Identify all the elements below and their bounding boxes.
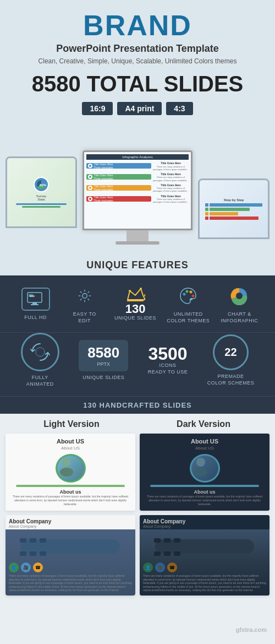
palette-icon [179,286,197,305]
badge-169: 16:9 [82,102,113,115]
step-icon-1 [205,203,208,207]
svg-rect-17 [127,300,144,301]
about-text-dark: There are many variations of passages of… [144,495,265,506]
step-bar-1 [210,203,262,207]
monitor-icon: 1080 [21,288,50,311]
about-slide-light: About US About US About us There are man… [6,434,135,511]
svg-line-12 [80,291,81,293]
monitor-screen: Infographic Analyzes Title Goes HereThre… [82,150,193,230]
step-bar-4 [210,217,258,220]
table-row: Title Goes HereThree passages Title Goes… [86,172,189,182]
previews-section: Light Version Dark Version About US Abou… [0,414,275,596]
feature-full-hd: 1080 FULL HD [16,287,55,321]
step-icon-2 [205,208,208,211]
svg-point-28 [62,458,71,467]
device-section: 80% SurveyStats Infographic Analyzes [0,129,275,253]
table-row: Title Goes HereThree passages Title Goes… [86,161,189,171]
feature-easy-edit: EASY TOEDIT [65,284,104,324]
chair-2 [30,538,36,543]
company-subtitle-dark: About Company [143,524,266,528]
feature-label-easy-edit: EASY TOEDIT [73,311,96,324]
svg-text:1080: 1080 [30,294,35,297]
company-subtitle-light: About Company [9,524,132,528]
svg-line-14 [80,299,81,300]
company-slide-light: 👤 🎥 ☎ There are many variations of passa… [6,529,135,596]
about-label-light: About us [60,489,81,495]
pie-chart-icon: 80% [34,177,49,192]
left-bar-2 [22,206,61,208]
feature-number-unique: 130 [125,303,146,315]
badge-43: 4:3 [166,102,193,115]
svg-point-20 [144,294,145,296]
svg-point-23 [190,291,193,294]
about-circle-dark [190,454,220,483]
bar-row-1: Title Goes HereThree passages [86,163,151,169]
dark-version-title: Dark Version [140,419,267,429]
laptop-right-inner: Step by Step [200,180,268,237]
badge-a4: A4 print [117,102,162,115]
feature-icon-full-hd: 1080 [24,287,48,311]
svg-rect-4 [31,304,38,305]
stat-animated: FULLYANIMATED [21,333,59,387]
laptop-right: Step by Step [198,178,270,239]
slide-rows: Title Goes HereThree passages Title Goes… [86,161,189,204]
drop-icon [88,164,92,168]
chair-6 [40,551,46,556]
feature-unique-slides: 130 UNIQUE SLIDES [114,286,156,322]
company-title-light: About Company [9,518,132,524]
about-text-light: There are many variations of passages of… [10,495,131,506]
feature-icon-chart [227,284,251,308]
about-preview-row: About US About US About us There are man… [6,434,270,511]
crown-icon [125,286,145,302]
chair-1 [20,538,26,543]
laptop-left-inner: 80% SurveyStats [7,158,75,226]
about-title-dark: About US [191,438,218,445]
company-icon-2-light: 🎥 [21,562,31,572]
step-bar-3 [210,212,238,215]
text-col-2: Title Goes Here There are many variation… [153,172,189,182]
table-row [205,208,262,211]
feature-icon-color-themes [176,284,200,308]
stat-sub-pptx: PPTX [85,361,122,367]
text-col-3: Title Goes Here There are many variation… [153,183,189,193]
chair-4 [20,551,26,556]
step-bars [205,203,262,220]
stat-number-22: 22 [224,347,237,358]
feature-icon-unique-slides [123,286,147,302]
feature-label-chart: CHART &INFOGRAPHIC [221,311,258,324]
conference-area [9,533,132,561]
svg-point-27 [36,348,45,356]
company-icon-3-light: ☎ [33,562,43,572]
bulb-icon [88,175,92,179]
device-container: 80% SurveyStats Infographic Analyzes [0,134,275,245]
stat-animated-label: FULLYANIMATED [26,375,54,387]
svg-line-13 [87,299,89,300]
features-dark-row: 1080 FULL HD EASY TOED [0,275,275,332]
about-dark-card: About US About US About us There are man… [140,434,270,511]
feature-label-full-hd: FULL HD [24,315,47,321]
stat-unique-slides-label: UNIQUE SLIDES [82,375,124,381]
stat-box-slides: 8580 PPTX [79,340,128,371]
about-subtitle-dark: About US [195,446,214,451]
slide-mockup: Infographic Analyzes Title Goes HereThre… [84,152,191,229]
feature-color-themes: UNLIMITEDCOLOR THEMES [167,284,210,324]
total-slides: 8580 TOTAL SLIDES [11,72,264,96]
company-light-card: About Company About Company 👤 [6,515,135,596]
chair-2d [164,538,170,543]
company-slide-dark: 👤 🎥 ☎ There are many variations of passa… [140,529,270,596]
step-label: Step by Step [224,198,244,202]
monitor-stand [116,241,160,245]
company-bottom-text-dark: There are many variations of passages of… [143,574,266,592]
stat-schemes: 22 PREMADECOLOR SCHEMES [207,334,255,386]
step-icon-4 [205,217,208,220]
text-col-4: Title Goes Here There are many variation… [153,194,189,204]
chair-3 [40,538,46,543]
table-row [205,217,262,220]
slide-title-bar: Infographic Analyzes [86,154,189,160]
laptop-left: 80% SurveyStats [6,156,77,228]
conference-area-dark [143,533,266,561]
version-headers: Light Version Dark Version [6,419,270,429]
about-circle-img-dark [191,456,218,481]
chair-5d [164,551,170,556]
stat-schemes-label: PREMADECOLOR SCHEMES [207,374,255,386]
